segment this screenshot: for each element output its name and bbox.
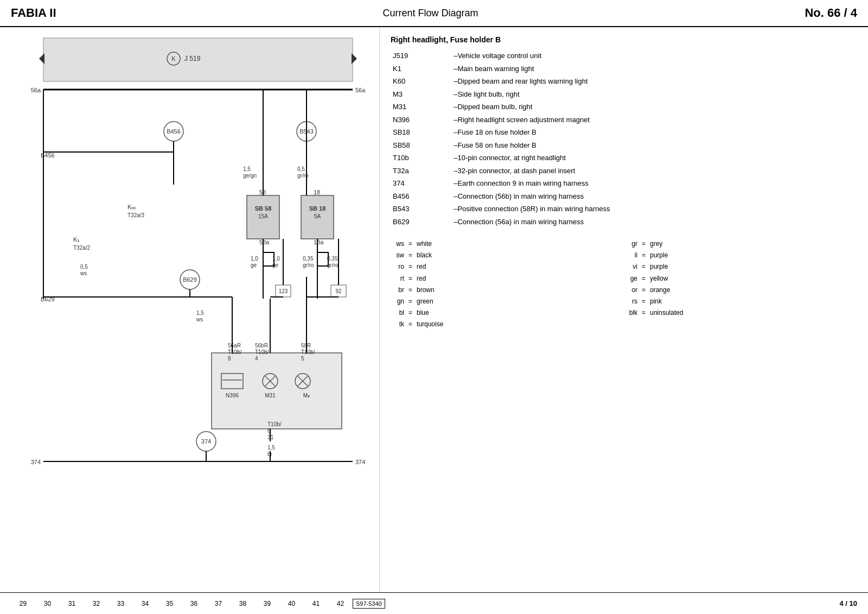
legend-row: T32a–32-pin connector, at dash panel ins… <box>391 164 857 178</box>
legend-desc: –Fuse 18 on fuse holder B <box>451 126 857 139</box>
footer-right: 4 / 10 <box>839 599 868 607</box>
legend-row: T10b–10-pin connector, at right headligh… <box>391 151 857 164</box>
svg-text:K: K <box>171 55 176 62</box>
svg-text:374: 374 <box>355 459 365 465</box>
color-abbr: rt <box>391 274 404 284</box>
svg-text:8: 8 <box>228 356 231 362</box>
legend-row: N396–Right headlight screen adjustment m… <box>391 113 857 126</box>
svg-text:4: 4 <box>255 356 258 362</box>
legend-code: N396 <box>391 113 451 126</box>
svg-text:1,5: 1,5 <box>196 310 204 316</box>
color-name: blue <box>417 308 429 318</box>
color-row: sw=black <box>391 250 624 261</box>
footer-number: 33 <box>108 600 133 607</box>
legend-row: B543–Positive connection (58R) in main w… <box>391 202 857 216</box>
svg-text:0,5: 0,5 <box>297 166 305 172</box>
color-name: red <box>417 262 426 272</box>
svg-text:gr/ro: gr/ro <box>327 262 339 268</box>
color-row: ro=red <box>391 262 624 272</box>
color-name: purple <box>650 250 668 261</box>
color-name: turquoise <box>417 319 443 330</box>
color-abbr: sw <box>391 250 404 261</box>
legend-row: B629–Connection (56a) in main wiring har… <box>391 216 857 229</box>
color-row: ge=yellow <box>624 274 857 284</box>
legend-row: SB18–Fuse 18 on fuse holder B <box>391 126 857 139</box>
svg-text:N396: N396 <box>226 393 239 398</box>
legend-desc: –Right headlight screen adjustment magne… <box>451 113 857 126</box>
color-abbr: or <box>624 285 637 295</box>
legend-desc: –Positive connection (58R) in main wirin… <box>451 202 857 216</box>
svg-text:15A: 15A <box>258 213 268 219</box>
svg-text:0,5: 0,5 <box>80 264 88 270</box>
color-row: tk=turquoise <box>391 319 624 330</box>
legend-code: SB18 <box>391 126 451 139</box>
svg-text:56aR: 56aR <box>228 343 241 349</box>
s97-code: S97-5340 <box>353 599 385 609</box>
header-center: Current Flow Diagram <box>382 8 478 19</box>
svg-text:B456: B456 <box>41 152 55 159</box>
svg-rect-59 <box>212 353 342 429</box>
legend-desc: –Main beam warning light <box>451 62 857 75</box>
color-abbr: ro <box>391 262 404 272</box>
color-name: orange <box>650 285 670 295</box>
svg-text:SB 18: SB 18 <box>309 205 326 212</box>
legend-row: B456–Connection (56b) in main wiring har… <box>391 190 857 203</box>
legend-desc: –10-pin connector, at right headlight <box>451 151 857 164</box>
svg-text:T32a/2: T32a/2 <box>73 245 91 251</box>
svg-text:1,5: 1,5 <box>267 445 275 451</box>
footer-number: 32 <box>84 600 108 607</box>
svg-text:T10b/: T10b/ <box>301 349 315 355</box>
svg-text:56a: 56a <box>355 87 366 93</box>
legend-code: M31 <box>391 100 451 113</box>
color-row: ws=white <box>391 239 624 249</box>
wiring-diagram: K J 519 56a 56a B456 B456 B543 B629 B629… <box>0 27 380 543</box>
svg-text:B629: B629 <box>183 276 197 283</box>
legend-row: SB58–Fuse 58 on fuse holder B <box>391 139 857 152</box>
color-col-right: gr=greyli=purplevi=purplege=yellowor=ora… <box>624 239 857 330</box>
svg-text:ws: ws <box>80 270 87 276</box>
svg-marker-4 <box>39 53 44 64</box>
legend-desc: –Vehicle voltage control unit <box>451 49 857 62</box>
svg-text:T10b/: T10b/ <box>228 349 242 355</box>
legend-desc: –32-pin connector, at dash panel insert <box>451 164 857 178</box>
color-col-left: ws=whitesw=blackro=redrt=redbr=browngn=g… <box>391 239 624 330</box>
page-number: 4 / 10 <box>839 599 857 607</box>
color-row: or=orange <box>624 285 857 295</box>
color-abbr: gr <box>624 239 637 249</box>
legend-code: B456 <box>391 190 451 203</box>
legend-code: 374 <box>391 177 451 190</box>
svg-text:ge: ge <box>272 262 279 268</box>
svg-text:B456: B456 <box>167 128 181 135</box>
legend-code: T10b <box>391 151 451 164</box>
footer-number: 34 <box>133 600 157 607</box>
color-abbr: rs <box>624 296 637 307</box>
header: FABIA II Current Flow Diagram No. 66 / 4 <box>0 0 868 27</box>
legend-code: T32a <box>391 164 451 178</box>
legend-desc: –Dipped beam and rear lights warning lig… <box>451 75 857 88</box>
legend-row: K60–Dipped beam and rear lights warning … <box>391 75 857 88</box>
legend-desc: –Earth connection 9 in main wiring harne… <box>451 177 857 190</box>
svg-text:K₆₀: K₆₀ <box>127 204 136 210</box>
legend-code: B543 <box>391 202 451 216</box>
svg-text:123: 123 <box>279 288 288 294</box>
svg-text:374: 374 <box>31 459 41 465</box>
color-abbr: ws <box>391 239 404 249</box>
legend-area: Right headlight, Fuse holder B J519–Vehi… <box>380 27 868 592</box>
color-row: bl=blue <box>391 308 624 318</box>
color-name: black <box>417 250 432 261</box>
footer-number: 31 <box>60 600 84 607</box>
color-abbr: gn <box>391 296 404 307</box>
color-name: red <box>417 274 426 284</box>
legend-desc: –Connection (56b) in main wiring harness <box>451 190 857 203</box>
footer-number: 35 <box>157 600 182 607</box>
color-row: br=brown <box>391 285 624 295</box>
svg-text:5A: 5A <box>314 213 321 219</box>
color-legend: ws=whitesw=blackro=redrt=redbr=browngn=g… <box>391 239 857 330</box>
color-abbr: blk <box>624 308 637 318</box>
legend-row: M31–Dipped beam bulb, right <box>391 100 857 113</box>
svg-text:J 519: J 519 <box>184 55 201 62</box>
legend-code: M3 <box>391 88 451 101</box>
color-name: green <box>417 296 433 307</box>
svg-text:ge: ge <box>251 262 257 268</box>
legend-desc: –Fuse 58 on fuse holder B <box>451 139 857 152</box>
